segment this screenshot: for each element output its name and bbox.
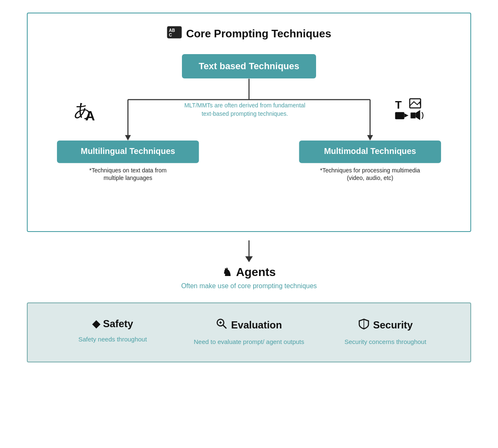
security-label: Security [373, 319, 413, 331]
svg-marker-8 [367, 135, 373, 141]
text-based-center: Text based Techniques [44, 54, 454, 78]
svg-text:Multilingual Techniques: Multilingual Techniques [81, 146, 175, 156]
title-icon: AB C [167, 26, 182, 42]
svg-text:A: A [86, 108, 95, 123]
arrow-to-agents [241, 240, 257, 266]
page-title: Core Prompting Techniques [186, 27, 331, 40]
svg-marker-14 [404, 113, 408, 117]
svg-text:Multimodal Techniques: Multimodal Techniques [324, 146, 416, 156]
security-item: Security Security concerns throughout [317, 318, 454, 347]
agents-label: Agents [236, 266, 276, 279]
agents-note: Often make use of core prompting techniq… [181, 282, 317, 290]
evaluation-note: Need to evaluate prompt/ agent outputs [194, 337, 304, 347]
security-note: Security concerns throughout [345, 337, 426, 347]
svg-line-28 [223, 325, 226, 328]
text-based-label: Text based Techniques [199, 61, 299, 71]
evaluation-item: Evaluation Need to evaluate prompt/ agen… [181, 318, 317, 347]
safety-icon: ◆ [92, 318, 100, 330]
svg-text:*Techniques on text data from: *Techniques on text data from [89, 167, 166, 174]
evaluation-label: Evaluation [231, 319, 282, 331]
svg-marker-16 [415, 110, 420, 120]
svg-marker-26 [245, 256, 253, 262]
top-box: AB C Core Prompting Techniques Text base… [27, 13, 471, 232]
safety-title: ◆ Safety [92, 318, 133, 330]
bottom-box: ◆ Safety Safety needs throughout Evaluat… [27, 302, 471, 362]
svg-marker-6 [125, 135, 131, 141]
top-title: AB C Core Prompting Techniques [44, 26, 454, 42]
security-title: Security [358, 318, 413, 332]
agents-section: ♞ Agents Often make use of core promptin… [181, 232, 317, 302]
security-icon [358, 318, 370, 332]
svg-text:(video, audio, etc): (video, audio, etc) [347, 175, 393, 181]
text-based-box: Text based Techniques [182, 54, 316, 78]
svg-text:multiple languages: multiple languages [104, 175, 152, 181]
safety-note: Safety needs throughout [78, 335, 147, 344]
safety-label: Safety [103, 318, 133, 330]
chess-icon: ♞ [222, 266, 232, 279]
svg-text:AB: AB [169, 28, 175, 33]
svg-rect-15 [410, 112, 415, 118]
evaluation-title: Evaluation [216, 318, 282, 332]
safety-item: ◆ Safety Safety needs throughout [44, 318, 181, 344]
agents-title: ♞ Agents [222, 266, 276, 279]
svg-text:C: C [169, 33, 172, 37]
evaluation-icon [216, 318, 228, 332]
page-container: AB C Core Prompting Techniques Text base… [27, 13, 471, 362]
diagram-svg-container: MLT/MMTs are often derived from fundamen… [44, 78, 454, 214]
svg-text:T: T [395, 99, 402, 111]
svg-rect-13 [395, 112, 405, 119]
svg-text:*Techniques for processing mul: *Techniques for processing multimedia [320, 167, 420, 174]
